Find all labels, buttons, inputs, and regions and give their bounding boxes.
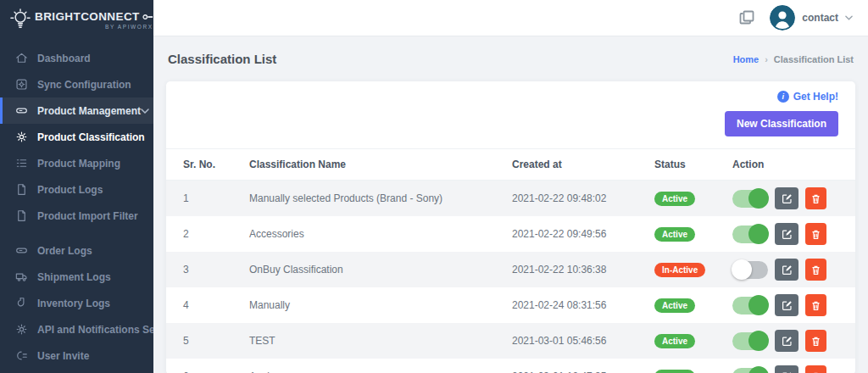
sidebar-item-inventory-logs[interactable]: Inventory Logs — [0, 290, 153, 316]
delete-button[interactable] — [805, 187, 826, 209]
card-toolbar: i Get Help! New Classification — [166, 81, 855, 148]
list-icon — [15, 157, 28, 170]
sidebar-item-product-logs[interactable]: Product Logs — [0, 176, 153, 203]
home-icon — [15, 52, 28, 64]
cell-classification-name: TEST — [242, 323, 505, 359]
edit-button[interactable] — [775, 365, 798, 373]
cell-action — [726, 216, 855, 252]
trash-icon — [810, 264, 821, 276]
table-row: 2 Accessories 2021-02-22 09:49:56 Active — [166, 216, 855, 252]
cell-action — [726, 323, 855, 359]
user-label: contact — [802, 12, 838, 24]
sidebar-item-shipment-logs[interactable]: Shipment Logs — [0, 264, 153, 290]
sidebar-item-api-and-notifications-setup[interactable]: API and Notifications Setup — [0, 316, 153, 342]
cell-classification-name: Manually — [242, 287, 505, 323]
status-toggle[interactable] — [732, 225, 768, 243]
sidebar-item-product-classification[interactable]: Product Classification — [0, 124, 153, 150]
lightbulb-icon — [10, 8, 31, 32]
chevron-down-icon — [845, 15, 853, 20]
cell-sr-no: 4 — [166, 287, 242, 323]
table-row: 6 Apple 2021-03-01 12:47:35 Active — [166, 359, 855, 373]
brand-tagline: BY APIWORX — [105, 24, 153, 30]
edit-button[interactable] — [775, 330, 798, 352]
delete-button[interactable] — [805, 294, 826, 316]
sidebar-item-sync-configuration[interactable]: Sync Configuration — [0, 71, 153, 97]
cell-classification-name: Accessories — [242, 216, 505, 252]
trash-icon — [810, 336, 821, 347]
status-badge: Active — [654, 334, 695, 348]
sidebar-item-product-import-filter[interactable]: Product Import Filter — [0, 203, 153, 229]
classification-table: Sr. No.Classification NameCreated atStat… — [166, 148, 855, 373]
table-row: 3 OnBuy Classification 2021-02-22 10:36:… — [166, 252, 855, 287]
plug-icon — [142, 14, 153, 20]
delete-button[interactable] — [805, 223, 826, 245]
sync-settings-icon — [15, 78, 28, 91]
main-area: contact Classification List Home › Class… — [153, 0, 868, 373]
sidebar: BRIGHTCONNECT BY APIWORX Dashboard Sync … — [0, 0, 153, 373]
sidebar-item-product-management[interactable]: Product Management — [0, 97, 153, 124]
cell-classification-name: Apple — [242, 359, 505, 373]
cell-status: Active — [648, 359, 726, 373]
trash-icon — [810, 300, 821, 311]
toggle-knob — [748, 366, 769, 373]
toggle-knob — [748, 331, 769, 351]
sidebar-item-label: Order Logs — [37, 245, 92, 257]
delete-button[interactable] — [805, 365, 826, 373]
file-icon — [15, 209, 28, 222]
sidebar-item-product-mapping[interactable]: Product Mapping — [0, 150, 153, 176]
status-toggle[interactable] — [732, 190, 768, 208]
status-badge: Active — [654, 227, 695, 242]
delete-button[interactable] — [805, 330, 826, 352]
sidebar-item-label: Product Logs — [37, 184, 103, 196]
edit-button[interactable] — [775, 294, 798, 316]
edit-button[interactable] — [775, 187, 798, 209]
cell-action — [726, 287, 855, 323]
topbar: contact — [153, 0, 868, 36]
new-classification-button[interactable]: New Classification — [725, 111, 838, 136]
breadcrumb-home-link[interactable]: Home — [733, 54, 760, 64]
sidebar-item-label: API and Notifications Setup — [37, 324, 153, 336]
cell-sr-no: 6 — [166, 359, 242, 373]
cell-action — [726, 252, 855, 287]
brand-name: BRIGHTCONNECT — [35, 10, 140, 23]
cell-action — [726, 359, 855, 373]
gear-icon — [15, 323, 28, 336]
brand-logo: BRIGHTCONNECT BY APIWORX — [0, 0, 153, 40]
sidebar-item-order-logs[interactable]: Order Logs — [0, 237, 153, 264]
delete-button[interactable] — [805, 259, 826, 281]
cell-created-at: 2021-02-24 08:31:56 — [505, 287, 648, 323]
cell-created-at: 2021-02-22 09:49:56 — [505, 216, 648, 252]
page-head: Classification List Home › Classificatio… — [166, 36, 855, 81]
sidebar-item-dashboard[interactable]: Dashboard — [0, 45, 153, 71]
get-help-label: Get Help! — [793, 91, 838, 103]
sidebar-item-label: Sync Configuration — [37, 79, 131, 91]
column-header-sr-no: Sr. No. — [166, 149, 242, 181]
sidebar-item-label: Shipment Logs — [37, 271, 111, 283]
status-badge: In-Active — [654, 263, 705, 277]
status-toggle[interactable] — [732, 261, 768, 279]
sidebar-item-label: Product Mapping — [37, 158, 120, 170]
column-header-created-at: Created at — [505, 149, 648, 181]
cell-sr-no: 1 — [166, 181, 242, 217]
cell-status: Active — [648, 323, 726, 359]
chevron-down-icon — [141, 109, 149, 114]
breadcrumb: Home › Classification List — [733, 54, 854, 64]
get-help-link[interactable]: i Get Help! — [777, 91, 838, 103]
sidebar-item-user-invite[interactable]: User Invite — [0, 342, 153, 369]
status-toggle[interactable] — [732, 368, 768, 373]
status-toggle[interactable] — [732, 297, 768, 315]
edit-button[interactable] — [775, 223, 798, 245]
edit-icon — [782, 193, 793, 204]
file-icon — [15, 183, 28, 196]
toggle-knob — [748, 295, 769, 315]
status-toggle[interactable] — [732, 332, 768, 350]
cell-status: Active — [648, 216, 726, 252]
toggle-knob — [748, 188, 769, 209]
info-icon: i — [777, 91, 789, 103]
edit-icon — [782, 229, 793, 240]
page-title: Classification List — [168, 52, 276, 66]
edit-icon — [782, 336, 793, 347]
user-menu[interactable]: contact — [770, 5, 853, 31]
edit-button[interactable] — [775, 259, 798, 281]
copy-icon[interactable] — [737, 8, 756, 27]
